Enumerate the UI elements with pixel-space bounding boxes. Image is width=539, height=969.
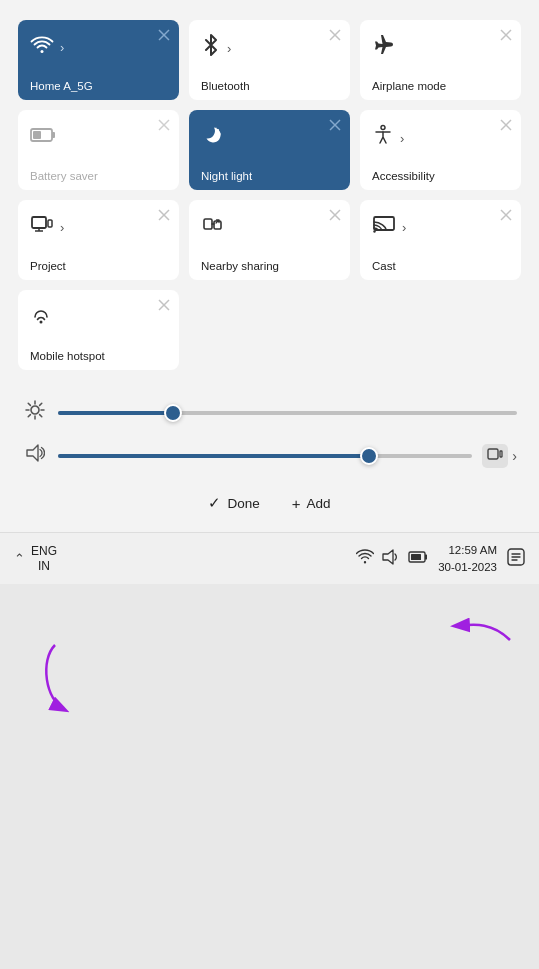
svg-line-45 [28,415,30,417]
battery-icon [30,124,56,150]
taskbar-system-icons [356,549,428,569]
svg-point-15 [216,128,217,129]
brightness-fill [58,411,173,415]
pin-icon-wifi [157,28,171,45]
taskbar-datetime[interactable]: 12:59 AM 30-01-2023 [438,542,497,574]
pin-icon-battery [157,118,171,135]
tile-hotspot-label: Mobile hotspot [30,350,105,362]
pin-icon-hotspot [157,298,171,315]
airplane-icon [372,34,396,62]
done-checkmark-icon: ✓ [208,494,221,512]
brightness-track [58,411,517,415]
accessibility-arrow: › [400,131,404,146]
tile-bluetooth-label: Bluetooth [201,80,250,92]
svg-rect-9 [52,132,55,138]
tile-airplane[interactable]: Airplane mode [360,20,521,100]
tile-nearby[interactable]: Nearby sharing [189,200,350,280]
brightness-slider-row [22,400,517,425]
tile-project[interactable]: › Project [18,200,179,280]
brightness-thumb[interactable] [164,404,182,422]
nearby-icon [201,214,223,242]
bluetooth-icon [201,34,221,62]
svg-point-18 [381,126,385,130]
svg-point-37 [31,406,39,414]
taskbar-notification-icon[interactable] [507,548,525,570]
pin-icon-nearby [328,208,342,225]
accessibility-icon [372,124,394,152]
volume-slider[interactable] [58,445,472,467]
nightlight-icon-row [201,124,223,152]
project-icon [30,214,54,240]
taskbar-battery-icon[interactable] [408,550,428,568]
accessibility-icon-row: › [372,124,404,152]
add-label: Add [307,496,331,511]
tile-nearby-label: Nearby sharing [201,260,279,272]
pin-icon-nightlight [328,118,342,135]
done-button[interactable]: ✓ Done [208,494,259,512]
pin-icon-airplane [499,28,513,45]
project-arrow: › [60,220,64,235]
tile-wifi-label: Home A_5G [30,80,93,92]
volume-device-icon[interactable] [482,444,508,468]
svg-rect-53 [411,554,421,560]
svg-rect-48 [500,451,502,457]
tile-battery-label: Battery saver [30,170,98,182]
tile-accessibility-label: Accessibility [372,170,435,182]
taskbar-chevron-up-icon[interactable]: ⌃ [14,551,25,566]
hotspot-icon [30,304,52,332]
tile-nightlight[interactable]: Night light [189,110,350,190]
tile-wifi[interactable]: › Home A_5G [18,20,179,100]
svg-line-44 [40,403,42,405]
tile-hotspot[interactable]: Mobile hotspot [18,290,179,370]
svg-rect-10 [33,131,41,139]
taskbar-date: 30-01-2023 [438,559,497,575]
action-bar: ✓ Done + Add [18,478,521,522]
svg-marker-50 [383,550,393,564]
nightlight-icon [201,124,223,152]
pin-icon-accessibility [499,118,513,135]
bluetooth-arrow: › [227,41,231,56]
volume-extra-controls: › [482,444,517,468]
volume-thumb[interactable] [360,447,378,465]
taskbar-lang-text: ENG [31,544,57,558]
tile-battery[interactable]: Battery saver [18,110,179,190]
tile-bluetooth[interactable]: › Bluetooth [189,20,350,100]
pin-icon-bluetooth [328,28,342,45]
wifi-icon-row: › [30,34,64,60]
tile-project-label: Project [30,260,66,272]
tile-nightlight-label: Night light [201,170,252,182]
svg-marker-46 [27,445,38,461]
taskbar-language[interactable]: ENG IN [31,544,57,573]
battery-icon-row [30,124,56,150]
cast-icon-row: › [372,214,406,240]
taskbar-wifi-icon[interactable] [356,549,374,569]
tile-cast[interactable]: › Cast [360,200,521,280]
svg-rect-23 [48,220,52,227]
pin-icon-project [157,208,171,225]
svg-rect-47 [488,449,498,459]
volume-track [58,454,472,458]
svg-rect-52 [425,554,427,559]
taskbar-left: ⌃ ENG IN [14,544,57,573]
svg-rect-28 [204,219,212,229]
svg-point-13 [217,129,219,131]
airplane-icon-row [372,34,396,62]
taskbar-volume-icon[interactable] [382,549,400,569]
volume-icon [22,443,48,468]
svg-point-33 [373,230,375,232]
taskbar: ⌃ ENG IN [0,532,539,584]
volume-slider-row: › [22,443,517,468]
taskbar-region-text: IN [38,559,50,573]
svg-point-14 [219,133,220,134]
quick-settings-panel: › Home A_5G › Bluetooth [0,0,539,532]
add-plus-icon: + [292,495,301,512]
brightness-slider[interactable] [58,402,517,424]
add-button[interactable]: + Add [292,495,331,512]
tile-accessibility[interactable]: › Accessibility [360,110,521,190]
tile-airplane-label: Airplane mode [372,80,446,92]
pin-icon-cast [499,208,513,225]
bluetooth-icon-row: › [201,34,231,62]
taskbar-time: 12:59 AM [448,542,497,558]
volume-chevron-icon[interactable]: › [512,448,517,464]
tiles-grid: › Home A_5G › Bluetooth [18,20,521,370]
